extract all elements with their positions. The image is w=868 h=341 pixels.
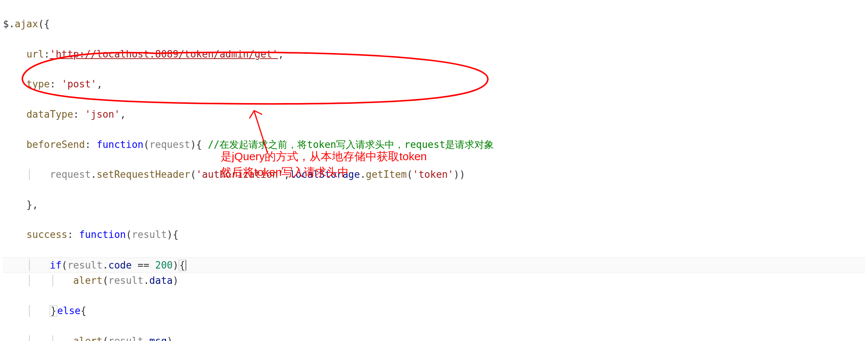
code-line: }, [3, 197, 865, 212]
code-token: alert [73, 275, 102, 286]
code-token: type [27, 78, 50, 90]
matched-bracket: } [50, 305, 57, 317]
code-token: ){ [167, 229, 178, 240]
annotation-line: 然后将token写入请求头中 [221, 166, 349, 178]
code-token: request [50, 169, 91, 180]
code-line: url:'http://localhost:8089/token/admin/g… [3, 47, 865, 62]
code-token: . [144, 335, 150, 341]
code-token: result [108, 275, 144, 286]
code-token: ( [144, 139, 150, 150]
code-token: ajax [15, 18, 38, 30]
code-token: ) [173, 260, 179, 271]
code-token: ( [62, 260, 68, 271]
code-token: ) [173, 275, 179, 286]
code-token: code [108, 260, 132, 271]
code-line: type: 'post', [3, 77, 865, 92]
text-caret [186, 260, 186, 271]
code-token: ){ [190, 139, 208, 150]
code-token: : [67, 229, 79, 240]
code-token: , [96, 78, 102, 90]
code-token: ( [126, 229, 132, 240]
code-line: │ │ alert(result.data) [3, 273, 865, 288]
code-token: . [91, 169, 97, 180]
code-token: 'post' [62, 78, 97, 90]
code-token: . [144, 275, 150, 286]
code-token: result [132, 229, 167, 240]
code-token: result [67, 260, 102, 271]
code-token: msg [149, 335, 167, 341]
code-token: ({ [38, 18, 50, 30]
code-token: , [278, 49, 284, 60]
code-line: │ request.setRequestHeader('authorizatio… [3, 167, 865, 182]
code-token: : [73, 109, 85, 120]
code-token: == [132, 260, 155, 271]
code-token: , [120, 109, 126, 120]
code-line: dataType: 'json', [3, 107, 865, 122]
code-token: request [149, 139, 190, 150]
code-token: { [81, 305, 87, 316]
code-token: data [149, 275, 173, 286]
code-token: result [108, 335, 144, 341]
code-token: ( [102, 335, 108, 341]
code-line: │ │ alert(result.msg) [3, 334, 865, 341]
code-token: if [50, 260, 61, 271]
code-token: function [79, 229, 126, 240]
code-token: dataType [27, 109, 73, 120]
code-token: : [50, 78, 61, 90]
code-line: beforeSend: function(request){ //在发起请求之前… [3, 137, 865, 152]
code-token: }, [27, 199, 38, 210]
code-token: 'json' [85, 109, 120, 120]
code-token: alert [73, 335, 102, 341]
code-token: : [85, 139, 96, 150]
code-token: else [57, 305, 81, 316]
code-token: setRequestHeader [96, 169, 190, 180]
matched-bracket: { [179, 260, 186, 271]
code-line: success: function(result){ [3, 227, 865, 242]
code-token: : [44, 49, 50, 60]
code-token: success [27, 229, 68, 240]
annotation-text: 是jQuery的方式，从本地存储中获取token 然后将token写入请求头中 [221, 149, 427, 180]
code-token: beforeSend [27, 139, 85, 150]
code-token: url [27, 49, 44, 60]
code-token: 200 [155, 260, 173, 271]
code-token: function [96, 139, 143, 150]
code-token: $. [3, 18, 15, 30]
code-line-current: │ if(result.code == 200){ [3, 257, 865, 273]
code-token: ( [190, 169, 196, 180]
code-token: ) [167, 335, 173, 341]
code-token: ( [102, 275, 108, 286]
code-token: )) [453, 169, 465, 180]
code-editor: $.ajax({ url:'http://localhost:8089/toke… [0, 0, 868, 341]
code-line: $.ajax({ [3, 16, 865, 31]
code-line: │ }else{ [3, 303, 865, 318]
url-string: 'http://localhost:8089/token/admin/get' [50, 49, 278, 60]
code-token: . [102, 260, 108, 271]
annotation-line: 是jQuery的方式，从本地存储中获取token [221, 150, 427, 162]
